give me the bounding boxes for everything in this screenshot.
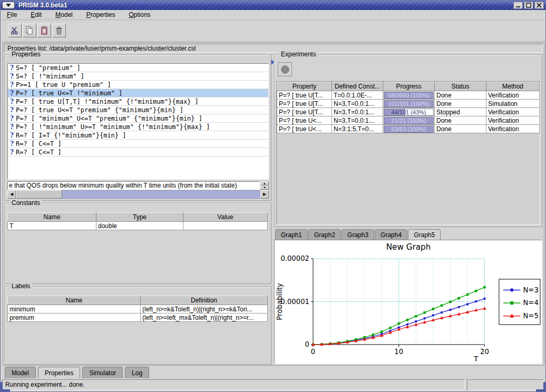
property-item-selected[interactable]: ?P=? [ true U<=T !"minimum" ]	[8, 89, 268, 97]
progress-text: 101/101 (100%)	[384, 101, 433, 107]
question-icon: ?	[8, 90, 16, 97]
labels-group: Labels Name Definition minimum (left_n>=…	[5, 286, 271, 365]
tab-graph3[interactable]: Graph3	[342, 229, 374, 240]
constants-col-value: Value	[183, 213, 268, 222]
minimize-button[interactable]	[513, 2, 523, 9]
property-item[interactable]: ?P=? [ true U[T,T] !"minimum" {!"minimum…	[8, 97, 268, 106]
property-item[interactable]: ?R=? [ C<=T ]	[8, 140, 268, 148]
progress-bar: 63/63 (100%)	[384, 125, 434, 133]
tab-graph4[interactable]: Graph4	[375, 229, 407, 240]
property-item[interactable]: ?P=? [ true U<=T "premium" {"minimum"}{m…	[8, 106, 268, 114]
exp-property-cell[interactable]: P=? [ true U[T...	[277, 91, 332, 100]
menu-options[interactable]: Options	[128, 10, 151, 19]
property-item[interactable]: ?R=? [ C<=T ]	[8, 148, 268, 156]
tab-model[interactable]: Model	[5, 367, 36, 378]
exp-method-cell[interactable]: Verification	[486, 125, 540, 133]
close-button[interactable]	[534, 2, 544, 9]
property-item[interactable]: ?S=? [ !"minimum" ]	[8, 72, 268, 81]
exp-constants-cell[interactable]: N=3,T=0.0:1...	[332, 108, 383, 116]
exp-property-cell[interactable]: P=? [ true U[T...	[277, 108, 332, 116]
exp-method-cell[interactable]: Verification	[486, 108, 540, 116]
comment-spinner: ▲ ▼	[260, 181, 269, 190]
paste-button[interactable]	[37, 24, 51, 37]
property-item[interactable]: ?P=? [ !"minimum" U>=T "minimum" {!"mini…	[8, 123, 268, 131]
exp-status-cell[interactable]: Done	[435, 91, 486, 100]
menu-edit[interactable]: Edit	[30, 10, 43, 19]
exp-property-cell[interactable]: P=? [ true U<...	[277, 125, 332, 133]
exp-constants-cell[interactable]: N=3,T=0.0:1...	[332, 116, 383, 125]
exp-method-cell[interactable]: Verification	[486, 116, 540, 125]
question-icon: ?	[8, 98, 16, 105]
delete-button[interactable]	[52, 24, 66, 37]
property-item[interactable]: ?P=? [ "minimum" U<=T "premium" {"minimu…	[8, 114, 268, 123]
constant-name-cell[interactable]: T	[8, 222, 96, 230]
progress-bar: 44/101 (43%)	[384, 109, 434, 116]
property-text: P=? [ "minimum" U<=T "premium" {"minimum…	[16, 115, 202, 122]
maximize-button[interactable]	[524, 2, 533, 9]
window-corner-grip[interactable]	[1, 389, 10, 391]
tab-simulator[interactable]: Simulator	[82, 367, 123, 378]
exp-status-cell[interactable]: Done	[435, 116, 486, 125]
exp-method-cell[interactable]: Simulation	[486, 100, 540, 108]
label-row[interactable]: premium (left_n>=left_mx&Toleft_n)|(righ…	[8, 313, 268, 322]
menu-file[interactable]: File	[6, 10, 18, 19]
tab-properties[interactable]: Properties	[38, 367, 81, 378]
property-item[interactable]: ?R=? [ I=T {!"minimum"}{min} ]	[8, 131, 268, 140]
labels-group-title: Labels	[9, 282, 32, 290]
maximize-icon	[526, 3, 531, 8]
copy-button[interactable]	[23, 24, 36, 37]
question-icon: ?	[8, 140, 16, 148]
window-corner-grip[interactable]	[536, 389, 545, 391]
scroll-track[interactable]	[62, 190, 260, 199]
svg-text:0: 0	[311, 347, 315, 355]
tab-graph1[interactable]: Graph1	[275, 229, 308, 240]
exp-status-cell[interactable]: Stopped	[435, 108, 486, 116]
label-row[interactable]: minimum (left_n>=k&Toleft_n)|(right_n>=k…	[8, 305, 268, 313]
experiment-row[interactable]: P=? [ true U<... N=3,T=0.0:1... 21/21 (1…	[277, 116, 540, 125]
constants-row[interactable]: T double	[8, 222, 268, 230]
menu-model[interactable]: Model	[54, 10, 74, 19]
exp-status-cell[interactable]: Done	[435, 125, 486, 133]
progress-bar: 21/21 (100%)	[384, 117, 434, 124]
tab-log[interactable]: Log	[125, 367, 149, 378]
experiment-row[interactable]: P=? [ true U<... N=3:1:5,T=0... 63/63 (1…	[277, 125, 540, 133]
close-icon	[537, 3, 542, 8]
scroll-left-button[interactable]: ◀	[7, 190, 16, 199]
tab-graph5[interactable]: Graph5	[408, 229, 441, 240]
constant-type-cell[interactable]: double	[96, 222, 183, 230]
label-definition-cell[interactable]: (left_n>=k&Toleft_n)|(right_n>=k&Tori...	[141, 305, 268, 313]
constants-col-type: Type	[96, 213, 183, 222]
svg-text:20: 20	[480, 347, 489, 355]
exp-constants-cell[interactable]: N=3:1:5,T=0...	[332, 125, 383, 133]
property-item[interactable]: ?P>=1 [ true U "premium" ]	[8, 81, 268, 89]
exp-method-cell[interactable]: Verification	[486, 91, 540, 100]
tab-graph2[interactable]: Graph2	[308, 229, 341, 240]
chart-area: 0102000.000010.00002New GraphTProbabilit…	[274, 240, 542, 364]
exp-col-progress: Progress	[383, 82, 435, 91]
property-item[interactable]: ?S=? [ "premium" ]	[8, 64, 268, 72]
scroll-right-button[interactable]: ▶	[260, 190, 269, 199]
properties-group: Properties ?S=? [ "premium" ] ?S=? [ !"m…	[5, 54, 271, 201]
label-name-cell[interactable]: minimum	[8, 305, 141, 313]
property-text: R=? [ C<=T ]	[16, 140, 62, 148]
exp-constants-cell[interactable]: T=0.0:1.0E-...	[332, 91, 383, 100]
exp-constants-cell[interactable]: N=3,T=0.0:1...	[332, 100, 383, 108]
constant-value-cell[interactable]	[183, 222, 268, 230]
stop-experiment-button[interactable]	[278, 62, 292, 76]
experiment-row[interactable]: P=? [ true U[T... N=3,T=0.0:1... 44/101 …	[277, 108, 540, 116]
menu-properties[interactable]: Properties	[85, 10, 116, 19]
label-definition-cell[interactable]: (left_n>=left_mx&Toleft_n)|(right_n>=r..…	[141, 313, 268, 322]
label-name-cell[interactable]: premium	[8, 313, 141, 322]
experiment-row[interactable]: P=? [ true U[T... T=0.0:1.0E-... 660/660…	[277, 91, 540, 100]
scroll-thumb[interactable]	[16, 190, 62, 199]
cut-button[interactable]	[8, 24, 22, 37]
exp-property-cell[interactable]: P=? [ true U<...	[277, 116, 332, 125]
spinner-down-button[interactable]: ▼	[260, 185, 269, 190]
properties-list-path: Properties list: /data/private/luser/pri…	[4, 44, 543, 53]
experiment-row[interactable]: P=? [ true U[T... N=3,T=0.0:1... 101/101…	[277, 100, 540, 108]
exp-status-cell[interactable]: Done	[435, 100, 486, 108]
progress-bar: 660/660 (100%)	[384, 92, 434, 99]
spinner-up-button[interactable]: ▲	[260, 181, 269, 185]
window-menu-button[interactable]	[2, 2, 15, 9]
exp-property-cell[interactable]: P=? [ true U[T...	[277, 100, 332, 108]
